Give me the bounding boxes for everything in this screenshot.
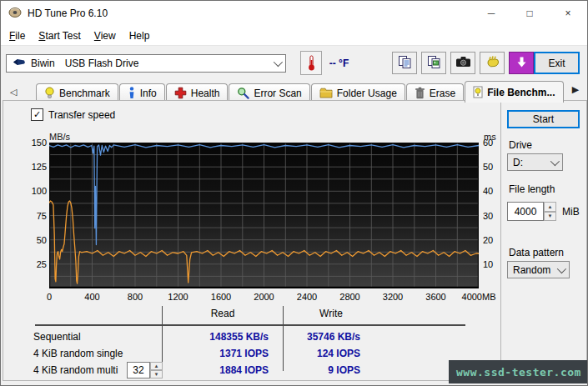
camera-button[interactable]	[450, 52, 475, 74]
drive-value: D:	[513, 157, 523, 168]
tab-label: Health	[191, 88, 220, 99]
exit-button-label: Exit	[549, 58, 565, 69]
y-left-axis-unit: MB/s	[49, 132, 70, 142]
row-label: 4 KiB random single	[33, 348, 123, 359]
tab-file-benchm[interactable]: File Benchm...	[465, 81, 563, 103]
tab-scroll-right-icon[interactable]: ▶	[568, 82, 583, 97]
tab-benchmark[interactable]: Benchmark	[36, 83, 118, 102]
transfer-speed-option: ✓ Transfer speed	[31, 108, 115, 121]
drive-select-combobox[interactable]: Biwin USB Flash Drive	[6, 54, 286, 73]
menu-help[interactable]: Help	[123, 28, 157, 43]
scan-icon	[237, 87, 249, 99]
chart-area: ✓ Transfer speed MB/s ms 150125100755025…	[3, 101, 501, 380]
temperature-button[interactable]	[300, 51, 322, 75]
tab-label: Erase	[430, 88, 455, 99]
table-row: 4 KiB random multi 32 ▲ ▼ 1884 IOPS 9 IO…	[3, 364, 500, 378]
x-tick: 0	[47, 292, 52, 302]
menu-view[interactable]: View	[88, 28, 123, 43]
sequential-write-value: 35746 KB/s	[287, 331, 360, 343]
title-bar: HD Tune Pro 6.10 ─□×	[1, 1, 587, 26]
read-column-header: Read	[164, 308, 281, 319]
file-length-label: File length	[509, 183, 555, 195]
results-header-row: Read Write	[3, 308, 500, 321]
y-left-tick: 150	[23, 138, 47, 148]
file-length-input[interactable]: 4000	[507, 202, 544, 221]
menu-file[interactable]: File	[3, 28, 32, 43]
x-tick: 400	[84, 292, 99, 302]
chevron-down-icon	[557, 263, 566, 273]
menu-start-test[interactable]: Start Test	[32, 28, 87, 43]
settings-panel: Start Drive D: File length 4000 ▲ ▼ MiB …	[500, 101, 588, 380]
x-tick: 3200	[383, 292, 403, 302]
queue-depth-stepper: 32 ▲ ▼	[127, 362, 163, 378]
info-icon	[128, 87, 136, 99]
chevron-down-icon	[274, 57, 283, 66]
start-button[interactable]: Start	[507, 110, 580, 128]
download-button[interactable]	[509, 52, 534, 74]
window-title: HD Tune Pro 6.10	[28, 8, 108, 19]
write-column-header: Write	[285, 308, 377, 319]
tab-folder-usage[interactable]: Folder Usage	[311, 83, 405, 102]
random-single-read-value: 1371 IOPS	[166, 348, 269, 359]
tab-label: Folder Usage	[337, 88, 397, 99]
tab-label: Benchmark	[59, 88, 110, 99]
menu-bar: FileStart TestViewHelp	[1, 26, 587, 45]
transfer-speed-chart	[49, 143, 479, 288]
health-icon	[174, 87, 187, 99]
tab-health[interactable]: Health	[166, 83, 229, 102]
hand-icon	[485, 56, 500, 71]
tab-scroll-left-icon[interactable]: ◁	[6, 84, 21, 99]
trash-icon	[415, 87, 425, 99]
usb-drive-icon	[12, 58, 26, 69]
spinner-up-icon[interactable]: ▲	[150, 362, 163, 370]
camera-icon	[455, 56, 471, 70]
y-left-tick: 125	[23, 162, 47, 172]
y-left-tick: 75	[23, 211, 47, 221]
table-row: 4 KiB random single 1371 IOPS 124 IOPS	[3, 348, 500, 362]
tab-label: Info	[140, 88, 157, 99]
device-vendor: Biwin	[31, 58, 55, 69]
x-tick: 2800	[339, 292, 359, 302]
file-length-unit: MiB	[562, 206, 580, 218]
transfer-speed-checkbox[interactable]: ✓	[31, 108, 43, 121]
spinner-down-icon[interactable]: ▼	[544, 212, 556, 222]
minimize-button[interactable]: ─	[472, 1, 510, 26]
y-left-tick: 50	[23, 235, 47, 245]
x-tick: 800	[128, 292, 143, 302]
device-model: USB Flash Drive	[65, 58, 139, 69]
maximize-button[interactable]: □	[510, 1, 549, 26]
x-tick: 3600	[425, 292, 445, 302]
results-header-divider	[35, 324, 465, 326]
drive-combobox[interactable]: D:	[507, 153, 563, 171]
watermark: www.ssd-tester.com	[449, 360, 588, 383]
drive-label: Drive	[509, 139, 532, 151]
copy-pages-button[interactable]	[392, 52, 417, 74]
download-icon	[516, 57, 527, 70]
bulb-icon	[44, 87, 55, 99]
results-table: Read Write Sequential 148355 KB/s 35746 …	[3, 305, 500, 378]
tab-label: Error Scan	[254, 88, 301, 99]
table-row: Sequential 148355 KB/s 35746 KB/s	[3, 331, 500, 345]
transfer-speed-label: Transfer speed	[48, 109, 115, 121]
copy-image-button[interactable]	[421, 52, 446, 74]
toolbar: Biwin USB Flash Drive -- °F Exit	[1, 45, 587, 80]
hand-button[interactable]	[480, 52, 505, 74]
y-left-tick: 100	[23, 186, 47, 196]
exit-button[interactable]: Exit	[534, 52, 580, 74]
tab-error-scan[interactable]: Error Scan	[229, 83, 309, 102]
data-pattern-value: Random	[513, 264, 550, 276]
tab-info[interactable]: Info	[119, 83, 165, 102]
sequential-read-value: 148355 KB/s	[166, 331, 269, 343]
tab-erase[interactable]: Erase	[406, 83, 464, 102]
copy-image-icon	[427, 55, 441, 72]
file-length-stepper: 4000 ▲ ▼ MiB	[507, 202, 580, 221]
folder-icon	[319, 88, 333, 98]
random-multi-read-value: 1884 IOPS	[166, 364, 269, 376]
data-pattern-combobox[interactable]: Random	[507, 261, 570, 278]
y-left-tick-labels: 150125100755025	[23, 143, 47, 288]
close-button[interactable]: ×	[549, 1, 587, 26]
copy-pages-icon	[398, 55, 412, 72]
queue-depth-value[interactable]: 32	[127, 362, 150, 378]
spinner-up-icon[interactable]: ▲	[544, 202, 556, 212]
spinner-down-icon[interactable]: ▼	[150, 370, 163, 378]
